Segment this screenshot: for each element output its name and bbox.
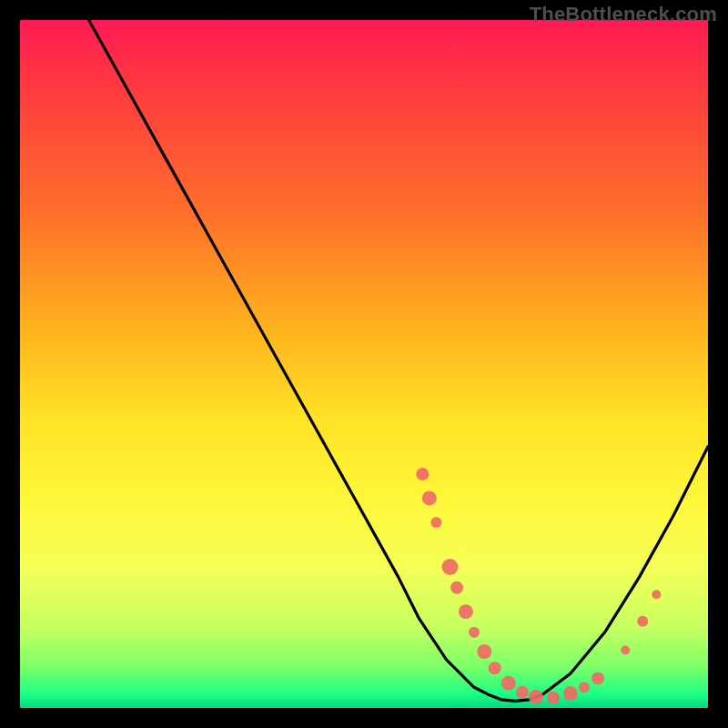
curve-markers: [416, 468, 661, 704]
curve-marker: [516, 686, 529, 699]
curve-marker: [430, 517, 441, 528]
chart-frame: [20, 20, 708, 708]
chart-overlay: [20, 20, 708, 708]
curve-marker: [563, 686, 578, 701]
curve-marker: [450, 581, 463, 594]
curve-marker: [489, 662, 501, 674]
curve-marker: [637, 616, 648, 627]
curve-marker: [416, 468, 429, 480]
watermark-text: TheBottleneck.com: [530, 3, 717, 26]
curve-marker: [501, 676, 516, 691]
curve-marker: [652, 590, 661, 599]
curve-path: [89, 20, 708, 701]
curve-marker: [579, 682, 590, 693]
curve-marker: [592, 672, 604, 685]
curve-marker: [422, 490, 437, 505]
curve-marker: [529, 690, 543, 704]
curve-marker: [621, 646, 630, 655]
curve-marker: [442, 559, 459, 575]
curve-marker: [469, 627, 480, 638]
curve-marker: [459, 604, 473, 619]
curve-marker: [547, 692, 560, 704]
bottleneck-curve: [89, 20, 708, 701]
curve-marker: [477, 644, 491, 659]
